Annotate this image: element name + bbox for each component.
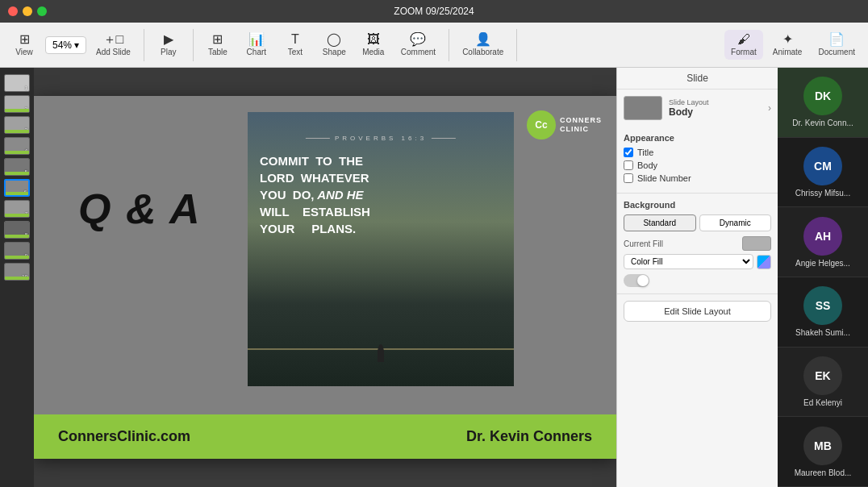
table-button[interactable]: ⊞ Table: [200, 30, 236, 60]
slide-thumb-2[interactable]: 2: [4, 95, 30, 113]
scripture-image: PROVERBS 16:3 COMMIT TO THE LORD WHATEVE…: [248, 112, 514, 386]
window-controls: [8, 6, 47, 16]
right-panel: Slide Slide Layout Body › Appearance Tit…: [616, 68, 778, 487]
participant-avatar-6: MB: [803, 427, 842, 465]
collaborate-button[interactable]: 👤 Collaborate: [456, 30, 510, 60]
pres-style-title: Body: [669, 106, 762, 118]
toolbar-divider-1: [144, 29, 144, 61]
participant-avatar-1: DK: [803, 77, 842, 115]
participant-avatar-4: SS: [803, 286, 842, 325]
format-tabs: 🖌 Format ✦ Animate 📄 Document: [724, 30, 862, 60]
participant-item-3[interactable]: AH Angie Helges...: [778, 207, 868, 277]
toolbar-divider-3: [449, 29, 449, 61]
participant-item-6[interactable]: MB Maureen Blod...: [778, 417, 868, 487]
slide-number-checkbox-row[interactable]: Slide Number: [624, 173, 771, 183]
participant-item-1[interactable]: DK Dr. Kevin Conn...: [778, 68, 868, 138]
slide-thumb-3[interactable]: 3: [4, 116, 30, 134]
title-checkbox-row[interactable]: Title: [624, 148, 771, 157]
table-icon: ⊞: [212, 33, 223, 46]
appearance-section: Appearance Title Body Slide Number: [617, 127, 778, 194]
toggle-row: [624, 274, 771, 287]
document-tab[interactable]: 📄 Document: [812, 30, 862, 60]
format-tab[interactable]: 🖌 Format: [724, 30, 763, 60]
media-button[interactable]: 🖼 Media: [356, 30, 391, 60]
canvas-area[interactable]: Q & A PROVERBS 16:3 COMMIT TO THE LORD W…: [34, 68, 616, 487]
slide-thumb-6[interactable]: 6: [4, 179, 30, 197]
presentation-style-row[interactable]: Slide Layout Body ›: [617, 89, 778, 127]
animate-tab[interactable]: ✦ Animate: [766, 30, 809, 60]
shape-button[interactable]: ◯ Shape: [316, 30, 353, 60]
play-button[interactable]: ▶ Play: [151, 30, 186, 60]
participant-item-5[interactable]: EK Ed Kelenyi: [778, 348, 868, 418]
slide-panel: 1 2 3 4 5 6 7 8: [0, 68, 34, 487]
pres-thumb: [624, 96, 662, 120]
scripture-text: COMMIT TO THE LORD WHATEVER YOU DO, AND …: [260, 152, 502, 237]
color-fill-row: Color Fill Gradient Fill Image Fill No F…: [624, 254, 771, 269]
view-icon: ⊞: [19, 33, 30, 46]
logo-text: CONNERSCLINIC: [560, 116, 602, 134]
body-checkbox-label: Body: [637, 160, 657, 170]
logo-circle: Cc: [527, 110, 556, 139]
add-slide-icon: ＋□: [103, 33, 124, 46]
chevron-down-icon: ▾: [74, 40, 79, 51]
format-icon: 🖌: [737, 33, 750, 46]
pres-style-subtitle: Slide Layout: [669, 98, 762, 106]
footer-website: ConnersClinic.com: [58, 428, 190, 445]
participant-name-6: Maureen Blod...: [795, 468, 852, 477]
color-fill-select[interactable]: Color Fill Gradient Fill Image Fill No F…: [624, 254, 753, 269]
body-checkbox[interactable]: [624, 160, 633, 170]
view-button[interactable]: ⊞ View: [6, 30, 42, 60]
slide-thumb-9[interactable]: 9: [4, 242, 30, 260]
body-checkbox-row[interactable]: Body: [624, 160, 771, 170]
participant-name-3: Angie Helges...: [795, 259, 850, 268]
fill-swatch[interactable]: [742, 236, 771, 251]
slide-thumb-4[interactable]: 4: [4, 137, 30, 155]
slide-thumb-10[interactable]: 10: [4, 263, 30, 281]
slide-footer: ConnersClinic.com Dr. Kevin Conners: [34, 414, 616, 459]
slide-logo: Cc CONNERSCLINIC: [527, 110, 602, 139]
color-fill-picker[interactable]: [757, 255, 771, 269]
slide-thumb-5[interactable]: 5: [4, 158, 30, 176]
background-section: Background Standard Dynamic Current Fill…: [617, 194, 778, 294]
participant-avatar-5: EK: [803, 356, 842, 395]
minimize-button[interactable]: [23, 6, 32, 16]
slide-number-checkbox-label: Slide Number: [637, 173, 691, 183]
shape-icon: ◯: [327, 33, 341, 46]
close-button[interactable]: [8, 6, 18, 16]
zoom-control[interactable]: 54% ▾: [45, 36, 86, 54]
document-icon: 📄: [828, 33, 845, 46]
pres-style-info: Slide Layout Body: [669, 98, 762, 118]
zoom-value: 54%: [52, 40, 72, 51]
toggle-switch[interactable]: [624, 274, 649, 287]
edit-slide-layout-button[interactable]: Edit Slide Layout: [624, 301, 771, 322]
text-icon: T: [291, 33, 299, 46]
participant-name-2: Chrissy Mifsu...: [795, 189, 850, 198]
play-icon: ▶: [164, 33, 173, 46]
text-button[interactable]: T Text: [278, 30, 313, 60]
add-slide-button[interactable]: ＋□ Add Slide: [90, 30, 137, 60]
title-checkbox[interactable]: [624, 148, 633, 157]
participant-avatar-2: CM: [803, 147, 842, 185]
current-fill-row: Current Fill: [624, 236, 771, 251]
chart-button[interactable]: 📊 Chart: [239, 30, 274, 60]
slide-thumb-1[interactable]: 1: [4, 74, 30, 92]
slide-thumb-8[interactable]: 8: [4, 221, 30, 239]
window-title: ZOOM 09/25/2024: [394, 6, 474, 17]
standard-bg-button[interactable]: Standard: [624, 214, 696, 231]
main-area: 1 2 3 4 5 6 7 8: [0, 68, 868, 487]
maximize-button[interactable]: [37, 6, 47, 16]
toggle-knob: [637, 275, 649, 286]
slide-thumb-7[interactable]: 7: [4, 200, 30, 218]
chevron-right-icon: ›: [768, 102, 771, 114]
toolbar: ⊞ View 54% ▾ ＋□ Add Slide ▶ Play ⊞ Table…: [0, 23, 868, 68]
participant-item-2[interactable]: CM Chrissy Mifsu...: [778, 138, 868, 208]
background-title: Background: [624, 200, 771, 210]
slide-number-checkbox[interactable]: [624, 173, 633, 183]
participants-panel: DK Dr. Kevin Conn... CM Chrissy Mifsu...…: [778, 68, 868, 487]
current-fill-label: Current Fill: [624, 239, 663, 248]
participant-name-1: Dr. Kevin Conn...: [792, 119, 853, 127]
comment-button[interactable]: 💬 Comment: [394, 30, 442, 60]
slide-panel-label: Slide: [617, 68, 778, 89]
dynamic-bg-button[interactable]: Dynamic: [699, 214, 772, 231]
participant-item-4[interactable]: SS Shakeh Sumi...: [778, 277, 868, 348]
